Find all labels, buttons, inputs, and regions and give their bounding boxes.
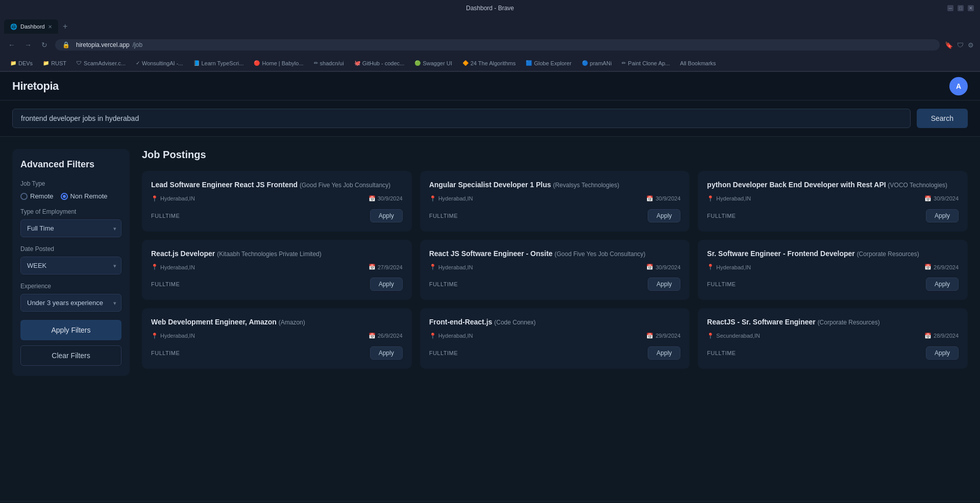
bookmark-algorithms-label: 24 The Algorithms xyxy=(471,60,516,66)
employment-select-wrap: Full Time Part Time Contract Internship … xyxy=(20,219,121,237)
job-apply-button[interactable]: Apply xyxy=(370,346,403,360)
job-card[interactable]: React.js Developer (Kitaabh Technologies… xyxy=(142,240,412,300)
bookmark-paint-label: Paint Clone Ap... xyxy=(628,60,670,66)
job-type-badge: FULLTIME xyxy=(429,281,458,287)
reload-btn[interactable]: ↻ xyxy=(39,39,50,51)
date-select-wrap: Any Time Past 24 hours WEEK MONTH ▾ xyxy=(20,257,121,274)
search-button[interactable]: Search xyxy=(917,109,968,128)
bookmark-pramani[interactable]: 🔵 pramANi xyxy=(578,59,616,67)
avatar[interactable]: A xyxy=(949,77,968,95)
job-apply-button[interactable]: Apply xyxy=(926,278,959,291)
bookmark-pramani-icon: 🔵 xyxy=(582,60,588,66)
job-card[interactable]: Lead Software Engineer React JS Frontend… xyxy=(142,171,412,232)
job-card[interactable]: ReactJS - Sr. Software Engineer (Corpora… xyxy=(698,308,968,369)
bookmark-swagger[interactable]: 🟢 Swagger UI xyxy=(410,59,456,67)
bookmark-algorithms[interactable]: 🔶 24 The Algorithms xyxy=(458,59,520,67)
job-title: Angular Specialist Developer 1 Plus (Rev… xyxy=(429,180,681,190)
job-apply-button[interactable]: Apply xyxy=(926,209,959,222)
maximize-btn[interactable]: □ xyxy=(958,5,964,11)
job-apply-button[interactable]: Apply xyxy=(648,278,680,291)
calendar-icon: 📅 xyxy=(646,333,653,339)
job-card[interactable]: Angular Specialist Developer 1 Plus (Rev… xyxy=(420,171,690,232)
close-btn[interactable]: ✕ xyxy=(968,5,974,11)
job-meta: 📍 Secunderabad,IN 📅 28/9/2024 xyxy=(707,333,959,339)
bookmark-rust[interactable]: 📁 RUST xyxy=(39,59,70,67)
clear-filters-button[interactable]: Clear Filters xyxy=(20,345,121,366)
job-title: Sr. Software Engineer - Frontend Develop… xyxy=(707,249,959,259)
job-card[interactable]: python Developer Back End Developer with… xyxy=(698,171,968,232)
bookmark-all[interactable]: All Bookmarks xyxy=(676,59,720,67)
bookmark-globe-label: Globe Explorer xyxy=(534,60,571,66)
job-location: 📍 Secunderabad,IN xyxy=(707,333,760,339)
active-tab[interactable]: 🌐 Dashbord ✕ xyxy=(4,19,58,34)
bookmark-wonsulting-icon: ✓ xyxy=(136,60,140,66)
bookmark-scam[interactable]: 🛡 ScamAdviser.c... xyxy=(72,59,130,67)
bookmark-github[interactable]: 🐙 GitHub - codec... xyxy=(350,59,409,67)
job-meta: 📍 Hyderabad,IN 📅 30/9/2024 xyxy=(151,195,403,202)
employment-label: Type of Employment xyxy=(20,208,121,215)
bookmark-shadcn[interactable]: ✏ shadcn/ui xyxy=(310,59,348,67)
job-title: Lead Software Engineer React JS Frontend… xyxy=(151,180,403,190)
job-apply-button[interactable]: Apply xyxy=(370,278,403,291)
shield-icon: 🛡 xyxy=(957,41,964,49)
job-card[interactable]: Front-end-React.js (Code Connex) 📍 Hyder… xyxy=(420,308,690,369)
job-card[interactable]: Web Development Engineer, Amazon (Amazon… xyxy=(142,308,412,369)
non-remote-option[interactable]: Non Remote xyxy=(61,192,108,200)
bookmark-typescript-label: Learn TypeScri... xyxy=(202,60,244,66)
non-remote-radio[interactable] xyxy=(61,193,68,200)
job-apply-button[interactable]: Apply xyxy=(370,209,403,222)
job-apply-button[interactable]: Apply xyxy=(648,346,680,360)
job-card[interactable]: React JS Software Engineer - Onsite (Goo… xyxy=(420,240,690,300)
job-apply-button[interactable]: Apply xyxy=(648,209,680,222)
job-apply-button[interactable]: Apply xyxy=(926,346,959,360)
non-remote-label: Non Remote xyxy=(70,192,108,200)
bookmark-devs[interactable]: 📁 DEVs xyxy=(6,59,37,67)
url-secure-icon: 🔒 xyxy=(62,41,70,48)
filters-title: Advanced Filters xyxy=(20,159,121,170)
job-card[interactable]: Sr. Software Engineer - Frontend Develop… xyxy=(698,240,968,300)
bookmark-devs-label: DEVs xyxy=(18,60,33,66)
date-select[interactable]: Any Time Past 24 hours WEEK MONTH xyxy=(20,257,121,274)
job-footer: FULLTIME Apply xyxy=(429,278,681,291)
job-type-badge: FULLTIME xyxy=(151,213,180,219)
url-bar[interactable]: 🔒 hiretopia.vercel.app /job xyxy=(55,39,940,51)
bookmark-babylon[interactable]: 🔴 Home | Babylo... xyxy=(250,59,307,67)
calendar-icon: 📅 xyxy=(369,333,376,339)
bookmark-babylon-label: Home | Babylo... xyxy=(262,60,303,66)
bookmark-paint[interactable]: ✏ Paint Clone Ap... xyxy=(618,59,674,67)
bookmark-icon[interactable]: 🔖 xyxy=(945,41,953,49)
tab-favicon: 🌐 xyxy=(10,23,17,30)
forward-btn[interactable]: → xyxy=(22,39,34,51)
experience-select[interactable]: Any Under 1 year experience Under 3 year… xyxy=(20,294,121,312)
job-title: ReactJS - Sr. Software Engineer (Corpora… xyxy=(707,317,959,328)
job-footer: FULLTIME Apply xyxy=(151,209,403,222)
bookmark-swagger-label: Swagger UI xyxy=(423,60,452,66)
bookmark-devs-icon: 📁 xyxy=(10,60,16,66)
remote-option[interactable]: Remote xyxy=(20,192,54,200)
extensions-icon[interactable]: ⚙ xyxy=(968,41,974,49)
tab-close-btn[interactable]: ✕ xyxy=(48,24,52,30)
bookmark-scam-icon: 🛡 xyxy=(77,60,82,66)
job-company: (Corporate Resources) xyxy=(818,319,880,326)
new-tab-btn[interactable]: + xyxy=(59,20,71,33)
job-date: 📅 27/9/2024 xyxy=(369,264,403,270)
url-domain: hiretopia.vercel.app xyxy=(76,41,130,48)
job-type-badge: FULLTIME xyxy=(429,213,458,219)
job-meta: 📍 Hyderabad,IN 📅 27/9/2024 xyxy=(151,264,403,270)
job-company: (Revalsys Technologies) xyxy=(553,182,619,189)
job-location: 📍 Hyderabad,IN xyxy=(707,264,751,270)
bookmark-typescript[interactable]: 📘 Learn TypeScri... xyxy=(189,59,248,67)
search-input[interactable] xyxy=(21,114,902,122)
bookmark-wonsulting[interactable]: ✓ WonsultingAI -... xyxy=(132,59,187,67)
back-btn[interactable]: ← xyxy=(6,39,17,51)
employment-select[interactable]: Full Time Part Time Contract Internship xyxy=(20,219,121,237)
pin-icon: 📍 xyxy=(429,333,436,339)
bookmark-globe[interactable]: 🟦 Globe Explorer xyxy=(522,59,575,67)
apply-filters-button[interactable]: Apply Filters xyxy=(20,320,121,340)
job-type-radio-group: Remote Non Remote xyxy=(20,192,121,200)
job-location: 📍 Hyderabad,IN xyxy=(429,333,473,339)
job-title: Web Development Engineer, Amazon (Amazon… xyxy=(151,317,403,328)
remote-radio[interactable] xyxy=(20,193,28,200)
pin-icon: 📍 xyxy=(707,333,714,339)
minimize-btn[interactable]: ─ xyxy=(947,5,953,11)
